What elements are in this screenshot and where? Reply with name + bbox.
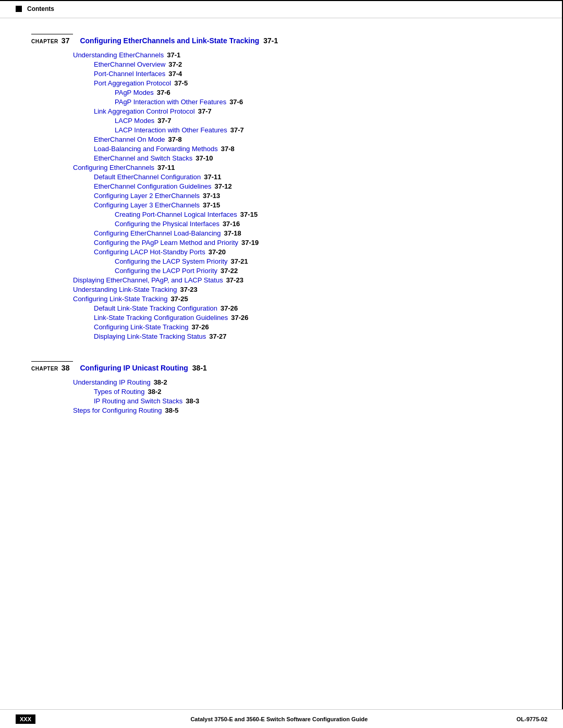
toc-link[interactable]: Types of Routing [94, 388, 145, 396]
toc-entry: Configuring the LACP System Priority37-2… [31, 257, 532, 265]
chapter-title-ch38[interactable]: Configuring IP Unicast Routing [80, 364, 188, 372]
toc-page: 37-21 [231, 257, 248, 265]
toc-entry: Configuring the PAgP Learn Method and Pr… [31, 239, 532, 246]
toc-entry: EtherChannel and Switch Stacks37-10 [31, 154, 532, 162]
toc-link[interactable]: Configuring EtherChannels [73, 164, 154, 171]
toc-link[interactable]: Understanding Link-State Tracking [73, 286, 177, 293]
toc-link[interactable]: Configuring LACP Hot-Standby Ports [94, 248, 205, 256]
toc-page: 37-16 [223, 220, 240, 228]
toc-entry: Understanding IP Routing38-2 [31, 378, 532, 386]
toc-link[interactable]: Configuring the Physical Interfaces [115, 220, 219, 228]
toc-link[interactable]: Configuring EtherChannel Load-Balancing [94, 229, 221, 237]
toc-entry: PAgP Modes37-6 [31, 89, 532, 96]
toc-link[interactable]: Configuring the LACP System Priority [115, 257, 228, 265]
toc-link[interactable]: EtherChannel and Switch Stacks [94, 154, 192, 162]
toc-page: 38-2 [154, 378, 167, 386]
toc-page: 37-26 [231, 314, 248, 322]
footer-right-text: OL-9775-02 [517, 716, 547, 722]
toc-entry: EtherChannel Configuration Guidelines37-… [31, 182, 532, 190]
toc-page: 37-7 [230, 126, 244, 134]
toc-entry: Load-Balancing and Forwarding Methods37-… [31, 145, 532, 153]
toc-link[interactable]: EtherChannel On Mode [94, 135, 165, 143]
toc-page: 37-15 [203, 201, 220, 209]
toc-link[interactable]: Configuring Link-State Tracking [94, 323, 188, 331]
toc-link[interactable]: LACP Modes [115, 117, 154, 125]
toc-link[interactable]: Displaying Link-State Tracking Status [94, 332, 206, 340]
top-border [0, 0, 563, 1]
header-title: Contents [27, 5, 54, 13]
toc-page: 37-11 [204, 173, 221, 181]
toc-entry: Configuring Layer 3 EtherChannels37-15 [31, 201, 532, 209]
toc-link[interactable]: LACP Interaction with Other Features [115, 126, 227, 134]
toc-link[interactable]: Creating Port-Channel Logical Interfaces [115, 211, 237, 218]
toc-link[interactable]: PAgP Modes [115, 89, 154, 96]
toc-entry: LACP Interaction with Other Features37-7 [31, 126, 532, 134]
toc-page: 37-25 [170, 295, 188, 303]
toc-page: 37-20 [209, 248, 226, 256]
toc-link[interactable]: Configuring the LACP Port Priority [115, 267, 217, 275]
toc-link[interactable]: IP Routing and Switch Stacks [94, 397, 182, 405]
toc-link[interactable]: Port-Channel Interfaces [94, 70, 165, 78]
toc-entry: Configuring Link-State Tracking37-26 [31, 323, 532, 331]
toc-page: 37-12 [214, 182, 231, 190]
toc-link[interactable]: EtherChannel Overview [94, 60, 165, 68]
toc-link[interactable]: Load-Balancing and Forwarding Methods [94, 145, 218, 153]
chapter-section-ch38: CHAPTER38Configuring IP Unicast Routing3… [31, 361, 532, 414]
toc-page: 38-2 [148, 388, 162, 396]
toc-entry: Configuring Link-State Tracking37-25 [31, 295, 532, 303]
chapter-number: 38 [62, 364, 70, 372]
toc-entry: Steps for Configuring Routing38-5 [31, 406, 532, 414]
toc-page: 37-6 [229, 98, 243, 106]
toc-link[interactable]: Link Aggregation Control Protocol [94, 107, 195, 115]
footer-left: XXX [16, 714, 42, 724]
chapter-title-ch37[interactable]: Configuring EtherChannels and Link-State… [80, 36, 259, 45]
toc-entry: Default EtherChannel Configuration37-11 [31, 173, 532, 181]
toc-page: 37-6 [157, 89, 170, 96]
toc-link[interactable]: EtherChannel Configuration Guidelines [94, 182, 211, 190]
footer-center-text: Catalyst 3750-E and 3560-E Switch Softwa… [42, 716, 517, 722]
toc-link[interactable]: Port Aggregation Protocol [94, 79, 171, 87]
toc-link[interactable]: Displaying EtherChannel, PAgP, and LACP … [73, 276, 223, 284]
toc-entry: Understanding Link-State Tracking37-23 [31, 286, 532, 293]
toc-link[interactable]: Configuring Layer 2 EtherChannels [94, 192, 200, 200]
toc-page: 37-7 [198, 107, 212, 115]
toc-page: 37-10 [195, 154, 213, 162]
toc-link[interactable]: Default EtherChannel Configuration [94, 173, 201, 181]
toc-link[interactable]: PAgP Interaction with Other Features [115, 98, 226, 106]
toc-link[interactable]: Steps for Configuring Routing [73, 406, 162, 414]
chapter-page: 38-1 [192, 364, 207, 372]
chapter-section-ch37: CHAPTER37Configuring EtherChannels and L… [31, 34, 532, 340]
toc-entry: Link Aggregation Control Protocol37-7 [31, 107, 532, 115]
toc-entries-ch38: Understanding IP Routing38-2Types of Rou… [31, 378, 532, 414]
toc-page: 37-13 [203, 192, 220, 200]
toc-page: 37-26 [191, 323, 209, 331]
toc-link[interactable]: Link-State Tracking Configuration Guidel… [94, 314, 228, 322]
toc-link[interactable]: Configuring Link-State Tracking [73, 295, 167, 303]
toc-link[interactable]: Understanding IP Routing [73, 378, 151, 386]
toc-entry: Creating Port-Channel Logical Interfaces… [31, 211, 532, 218]
toc-entry: Displaying Link-State Tracking Status37-… [31, 332, 532, 340]
main-content: CHAPTER37Configuring EtherChannels and L… [0, 18, 563, 466]
toc-page: 37-26 [221, 304, 238, 312]
toc-entry: Link-State Tracking Configuration Guidel… [31, 314, 532, 322]
toc-entry: Port-Channel Interfaces37-4 [31, 70, 532, 78]
toc-page: 38-5 [165, 406, 179, 414]
toc-page: 37-23 [180, 286, 197, 293]
toc-page: 37-8 [168, 135, 182, 143]
toc-entry: IP Routing and Switch Stacks38-3 [31, 397, 532, 405]
toc-entry: Configuring LACP Hot-Standby Ports37-20 [31, 248, 532, 256]
toc-link[interactable]: Configuring the PAgP Learn Method and Pr… [94, 239, 238, 246]
toc-entry: Displaying EtherChannel, PAgP, and LACP … [31, 276, 532, 284]
chapter-page: 37-1 [263, 36, 278, 45]
toc-link[interactable]: Understanding EtherChannels [73, 51, 164, 59]
chapter-divider [31, 361, 532, 362]
chapter-divider [31, 34, 532, 34]
toc-entry: Configuring the LACP Port Priority37-22 [31, 267, 532, 275]
toc-entry: EtherChannel Overview37-2 [31, 60, 532, 68]
toc-link[interactable]: Default Link-State Tracking Configuratio… [94, 304, 217, 312]
toc-link[interactable]: Configuring Layer 3 EtherChannels [94, 201, 200, 209]
toc-page: 37-27 [209, 332, 226, 340]
toc-entry: Port Aggregation Protocol37-5 [31, 79, 532, 87]
toc-page: 37-5 [174, 79, 188, 87]
page-footer: XXX Catalyst 3750-E and 3560-E Switch So… [0, 709, 563, 728]
